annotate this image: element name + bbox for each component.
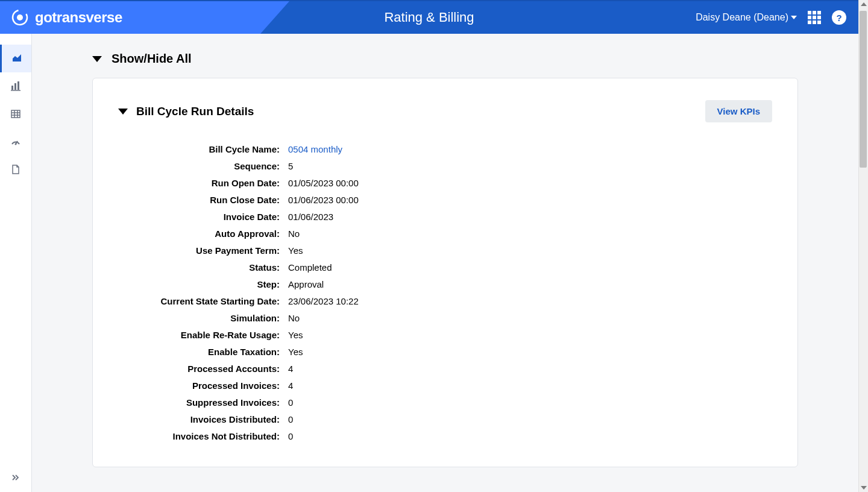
row-invoices-distributed: Invoices Distributed: 0 <box>118 414 772 424</box>
scroll-up-icon <box>861 2 867 6</box>
svg-rect-4 <box>17 81 19 90</box>
svg-rect-2 <box>11 86 13 90</box>
triangle-down-icon <box>118 109 128 115</box>
chevron-down-icon <box>791 16 797 19</box>
details-list: Bill Cycle Name: 0504 monthly Sequence: … <box>118 144 772 441</box>
apps-icon[interactable] <box>808 11 821 24</box>
card-toggle[interactable]: Bill Cycle Run Details <box>118 105 254 118</box>
detail-value: No <box>280 229 300 239</box>
detail-value: 01/05/2023 00:00 <box>280 178 359 188</box>
detail-label: Bill Cycle Name: <box>118 144 280 154</box>
sidebar-item-table[interactable] <box>0 100 31 128</box>
show-hide-toggle[interactable]: Show/Hide All <box>92 52 798 66</box>
detail-value: 23/06/2023 10:22 <box>280 296 359 306</box>
detail-value: Approval <box>280 279 324 289</box>
detail-label: Enable Re-Rate Usage: <box>118 330 280 340</box>
detail-value: Completed <box>280 262 332 273</box>
table-icon <box>10 109 21 119</box>
scroll-thumb[interactable] <box>860 11 867 168</box>
detail-value: Yes <box>280 330 303 340</box>
sidebar-item-dashboard[interactable] <box>0 128 31 156</box>
row-bill-cycle-name: Bill Cycle Name: 0504 monthly <box>118 144 772 154</box>
detail-label: Invoice Date: <box>118 212 280 222</box>
row-use-payment-term: Use Payment Term: Yes <box>118 245 772 256</box>
detail-label: Run Close Date: <box>118 195 280 205</box>
detail-label: Invoices Distributed: <box>118 414 280 424</box>
sidebar <box>0 34 32 492</box>
document-icon <box>10 164 21 175</box>
help-icon[interactable]: ? <box>832 10 846 25</box>
detail-value: 4 <box>280 364 293 374</box>
detail-value: 0 <box>280 397 293 408</box>
detail-label: Suppressed Invoices: <box>118 397 280 408</box>
row-invoices-not-distributed: Invoices Not Distributed: 0 <box>118 431 772 441</box>
detail-label: Invoices Not Distributed: <box>118 431 280 441</box>
detail-label: Processed Accounts: <box>118 364 280 374</box>
area-chart-icon <box>11 53 22 64</box>
details-card: Bill Cycle Run Details View KPIs Bill Cy… <box>92 78 798 467</box>
sidebar-item-area-chart[interactable] <box>0 45 31 72</box>
detail-label: Status: <box>118 262 280 273</box>
row-simulation: Simulation: No <box>118 313 772 323</box>
row-step: Step: Approval <box>118 279 772 289</box>
sidebar-item-bar-chart[interactable] <box>0 72 31 100</box>
app-header: gotransverse Rating & Billing Daisy Dean… <box>0 0 858 34</box>
row-processed-accounts: Processed Accounts: 4 <box>118 364 772 374</box>
row-status: Status: Completed <box>118 262 772 273</box>
sidebar-item-document[interactable] <box>0 156 31 183</box>
row-run-close-date: Run Close Date: 01/06/2023 00:00 <box>118 195 772 205</box>
user-name: Daisy Deane (Deane) <box>696 12 788 23</box>
row-suppressed-invoices: Suppressed Invoices: 0 <box>118 397 772 408</box>
row-enable-taxation: Enable Taxation: Yes <box>118 347 772 357</box>
sidebar-expand[interactable] <box>0 473 31 485</box>
user-menu[interactable]: Daisy Deane (Deane) <box>696 12 797 23</box>
svg-rect-6 <box>11 110 20 118</box>
detail-label: Processed Invoices: <box>118 380 280 391</box>
detail-label: Simulation: <box>118 313 280 323</box>
detail-value: 0 <box>280 431 293 441</box>
detail-value: 01/06/2023 <box>280 212 333 222</box>
show-hide-label: Show/Hide All <box>112 52 192 66</box>
bill-cycle-name-link[interactable]: 0504 monthly <box>280 144 342 154</box>
detail-value: Yes <box>280 347 303 357</box>
detail-label: Auto Approval: <box>118 229 280 239</box>
row-auto-approval: Auto Approval: No <box>118 229 772 239</box>
detail-label: Current State Starting Date: <box>118 296 280 306</box>
triangle-down-icon <box>92 56 102 62</box>
row-enable-re-rate-usage: Enable Re-Rate Usage: Yes <box>118 330 772 340</box>
detail-value: 01/06/2023 00:00 <box>280 195 359 205</box>
main-content: Show/Hide All Bill Cycle Run Details Vie… <box>32 34 858 492</box>
detail-label: Run Open Date: <box>118 178 280 188</box>
gauge-icon <box>10 136 21 147</box>
chevron-double-right-icon <box>11 473 20 482</box>
svg-point-12 <box>15 144 17 145</box>
detail-label: Enable Taxation: <box>118 347 280 357</box>
detail-value: No <box>280 313 300 323</box>
brand-name: gotransverse <box>35 9 122 26</box>
card-title: Bill Cycle Run Details <box>136 105 254 118</box>
svg-rect-3 <box>14 83 16 90</box>
row-invoice-date: Invoice Date: 01/06/2023 <box>118 212 772 222</box>
detail-value: 4 <box>280 380 293 391</box>
row-sequence: Sequence: 5 <box>118 161 772 171</box>
detail-label: Use Payment Term: <box>118 245 280 256</box>
bar-chart-icon <box>10 81 21 92</box>
detail-value: 5 <box>280 161 293 171</box>
detail-value: Yes <box>280 245 303 256</box>
detail-value: 0 <box>280 414 293 424</box>
view-kpis-button[interactable]: View KPIs <box>705 100 772 122</box>
row-current-state-starting-date: Current State Starting Date: 23/06/2023 … <box>118 296 772 306</box>
scroll-down-icon <box>861 486 867 490</box>
row-processed-invoices: Processed Invoices: 4 <box>118 380 772 391</box>
page-title: Rating & Billing <box>384 10 474 25</box>
row-run-open-date: Run Open Date: 01/05/2023 00:00 <box>118 178 772 188</box>
vertical-scrollbar[interactable] <box>858 0 868 492</box>
svg-point-1 <box>17 14 23 20</box>
logo-icon <box>11 8 29 27</box>
detail-label: Step: <box>118 279 280 289</box>
brand-logo[interactable]: gotransverse <box>11 8 122 27</box>
detail-label: Sequence: <box>118 161 280 171</box>
